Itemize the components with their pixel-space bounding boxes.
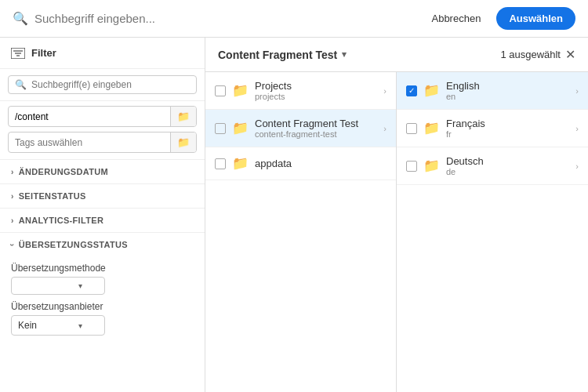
- english-path: en: [446, 92, 569, 101]
- selection-count-text: 1 ausgewählt: [500, 49, 561, 60]
- content-fragment-folder-icon: 📁: [232, 120, 249, 136]
- francais-path: fr: [446, 129, 569, 139]
- breadcrumb-text: Content Fragment Test: [218, 49, 337, 61]
- list-item[interactable]: 📁 English en ›: [397, 72, 588, 110]
- francais-chevron-icon: ›: [575, 124, 579, 133]
- deutsch-path: de: [446, 167, 569, 176]
- clear-selection-button[interactable]: ✕: [565, 49, 575, 61]
- francais-checkbox[interactable]: [406, 123, 417, 134]
- cancel-button[interactable]: Abbrechen: [422, 8, 490, 29]
- tags-folder-button[interactable]: 📁: [170, 132, 196, 152]
- list-item[interactable]: 📁 Content Fragment Test content-fragment…: [205, 110, 396, 147]
- path-input[interactable]: [9, 107, 170, 126]
- left-search-input[interactable]: [31, 79, 190, 90]
- accordion-uebersetzung: › ÜBERSETZUNGSSTATUS Übersetzungsmethode…: [0, 232, 205, 351]
- chevron-down-provider-icon: ▾: [78, 321, 82, 330]
- chevron-aenderungsdatum-icon: ›: [11, 168, 14, 176]
- english-checkbox[interactable]: [406, 85, 417, 96]
- list-item[interactable]: 📁 appdata: [205, 147, 396, 180]
- path-folder-button[interactable]: 📁: [170, 107, 196, 126]
- accordion-aenderungsdatum-header[interactable]: › ÄNDERUNGSDATUM: [0, 160, 205, 183]
- left-file-column: 📁 Projects projects › 📁 Content Fragment…: [205, 72, 397, 392]
- projects-checkbox[interactable]: [215, 85, 226, 96]
- deutsch-checkbox[interactable]: [406, 161, 417, 172]
- accordion-uebersetzung-content: Übersetzungsmethode ▾ Übersetzungsanbiet…: [0, 256, 205, 351]
- appdata-text: appdata: [255, 158, 387, 169]
- left-panel: Filter 🔍 📁 📁 › ÄNDERUNGSDATUM: [0, 38, 205, 392]
- breadcrumb-chevron-icon: ▾: [342, 49, 347, 60]
- english-folder-icon: 📁: [423, 82, 440, 99]
- file-browser: 📁 Projects projects › 📁 Content Fragment…: [205, 72, 588, 392]
- search-icon: 🔍: [13, 11, 28, 26]
- projects-folder-icon: 📁: [232, 82, 249, 99]
- appdata-name: appdata: [255, 158, 387, 169]
- accordion-analytics-header[interactable]: › ANALYTICS-FILTER: [0, 209, 205, 232]
- select-button[interactable]: Auswählen: [496, 7, 575, 30]
- chevron-down-method-icon: ▾: [78, 281, 82, 290]
- translation-provider-label: Übersetzungsanbieter: [11, 301, 194, 312]
- list-item[interactable]: 📁 Projects projects ›: [205, 72, 396, 110]
- translation-method-select[interactable]: ▾: [11, 277, 105, 295]
- content-fragment-path: content-fragment-test: [255, 129, 377, 139]
- accordion-seitenstatus-header[interactable]: › SEITENSTATUS: [0, 184, 205, 208]
- deutsch-text: Deutsch de: [446, 155, 569, 176]
- accordion-seitenstatus-label: SEITENSTATUS: [19, 191, 86, 201]
- appdata-checkbox[interactable]: [215, 158, 226, 169]
- left-search-wrap: 🔍: [0, 69, 205, 101]
- projects-path: projects: [255, 92, 377, 101]
- selection-count-area: 1 ausgewählt ✕: [500, 49, 575, 61]
- content-fragment-chevron-icon: ›: [383, 124, 387, 133]
- deutsch-chevron-icon: ›: [575, 162, 579, 171]
- accordion-analytics: › ANALYTICS-FILTER: [0, 208, 205, 232]
- breadcrumb-bar: Content Fragment Test ▾ 1 ausgewählt ✕: [205, 38, 588, 72]
- chevron-analytics-icon: ›: [11, 216, 14, 225]
- path-input-row: 📁: [8, 106, 197, 127]
- main-layout: Filter 🔍 📁 📁 › ÄNDERUNGSDATUM: [0, 38, 588, 392]
- accordion-aenderungsdatum: › ÄNDERUNGSDATUM: [0, 159, 205, 183]
- projects-text: Projects projects: [255, 80, 377, 101]
- projects-name: Projects: [255, 80, 377, 92]
- translation-provider-wrap: Kein ▾: [11, 315, 105, 336]
- list-item[interactable]: 📁 Deutsch de ›: [397, 147, 588, 185]
- translation-method-label: Übersetzungsmethode: [11, 263, 194, 274]
- left-search-box[interactable]: 🔍: [8, 75, 197, 94]
- chevron-uebersetzung-icon: ›: [8, 243, 16, 246]
- content-fragment-checkbox[interactable]: [215, 123, 226, 134]
- right-file-column: 📁 English en › 📁 Français fr ›: [397, 72, 588, 392]
- right-panel: Content Fragment Test ▾ 1 ausgewählt ✕ 📁…: [205, 38, 588, 392]
- accordion-uebersetzung-label: ÜBERSETZUNGSSTATUS: [19, 240, 128, 249]
- francais-text: Français fr: [446, 118, 569, 139]
- appdata-folder-icon: 📁: [232, 155, 249, 172]
- top-bar: 🔍 Abbrechen Auswählen: [0, 0, 588, 38]
- accordion-analytics-label: ANALYTICS-FILTER: [19, 216, 104, 225]
- accordion-aenderungsdatum-label: ÄNDERUNGSDATUM: [19, 167, 108, 176]
- tags-input-row: 📁: [8, 132, 197, 153]
- breadcrumb-title: Content Fragment Test ▾: [218, 49, 347, 61]
- translation-provider-value: Kein: [18, 320, 37, 331]
- francais-folder-icon: 📁: [423, 120, 440, 136]
- deutsch-name: Deutsch: [446, 155, 569, 167]
- accordion-uebersetzung-header[interactable]: › ÜBERSETZUNGSSTATUS: [0, 233, 205, 256]
- projects-chevron-icon: ›: [383, 86, 387, 96]
- filter-label: Filter: [31, 47, 56, 59]
- list-item[interactable]: 📁 Français fr ›: [397, 110, 588, 147]
- filter-header: Filter: [0, 38, 205, 69]
- english-chevron-icon: ›: [575, 86, 579, 96]
- tags-input[interactable]: [9, 133, 170, 152]
- small-search-icon: 🔍: [15, 79, 27, 90]
- content-fragment-text: Content Fragment Test content-fragment-t…: [255, 118, 377, 139]
- translation-method-row: Übersetzungsmethode ▾: [11, 263, 194, 295]
- francais-name: Français: [446, 118, 569, 129]
- translation-provider-select[interactable]: Kein ▾: [11, 315, 105, 336]
- english-name: English: [446, 80, 569, 92]
- filter-icon: [11, 48, 25, 59]
- deutsch-folder-icon: 📁: [423, 158, 440, 174]
- accordion-seitenstatus: › SEITENSTATUS: [0, 183, 205, 208]
- english-text: English en: [446, 80, 569, 101]
- top-search-input[interactable]: [34, 12, 416, 25]
- chevron-seitenstatus-icon: ›: [11, 192, 14, 201]
- translation-provider-row: Übersetzungsanbieter Kein ▾: [11, 301, 194, 336]
- content-fragment-name: Content Fragment Test: [255, 118, 377, 129]
- translation-method-wrap: ▾: [11, 277, 105, 295]
